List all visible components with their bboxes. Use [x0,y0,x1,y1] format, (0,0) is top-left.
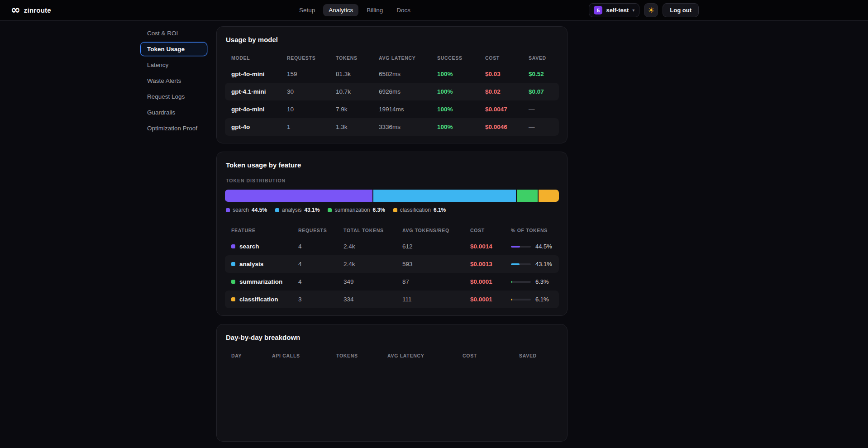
feature-name: analysis [239,261,263,267]
column-header-tokens: TOKENS [336,353,387,358]
tokens-cell: 81.3k [336,71,379,77]
infinity-logo-icon: ∞ [11,4,20,15]
cost-cell: $0.02 [485,88,529,95]
column-header-avg-latency: AVG LATENCY [379,55,437,61]
feature-name: search [239,243,259,250]
brand-name: zinroute [24,6,51,14]
pct-of-tokens-cell: 44.5% [511,243,553,250]
column-header-avg-latency: AVG LATENCY [387,353,463,358]
pct-value: 6.3% [535,278,549,285]
pct-value: 43.1% [535,261,552,267]
avg-tokens-req-cell: 593 [402,261,470,267]
pct-bar-track [511,299,531,300]
day-breakdown-table: DAY API CALLS TOKENS AVG LATENCY COST SA… [225,348,559,363]
token-by-feature-title: Token usage by feature [225,161,559,169]
theme-toggle-button[interactable]: ☀ [644,3,658,17]
day-breakdown-header: DAY API CALLS TOKENS AVG LATENCY COST SA… [225,348,559,363]
feature-table-row: search42.4k612$0.001444.5% [225,238,559,255]
tokens-cell: 1.3k [336,124,379,130]
pct-of-tokens-cell: 43.1% [511,261,553,267]
search-swatch-icon [226,208,230,212]
logout-button[interactable]: Log out [663,3,699,17]
model-name-cell: gpt-4.1-mini [231,88,287,95]
usage-by-model-table: MODEL REQUESTS TOKENS AVG LATENCY SUCCES… [225,51,559,136]
distribution-segment-search [225,190,372,202]
brand[interactable]: ∞ zinroute [11,5,51,15]
saved-cell: $0.52 [529,71,553,77]
legend-label: summarization [334,207,370,213]
model-table-row: gpt-4o11.3k3336ms100%$0.0046— [225,118,559,136]
nav-item-billing[interactable]: Billing [361,4,388,16]
success-cell: 100% [437,124,485,130]
nav-item-analytics[interactable]: Analytics [323,4,358,16]
requests-cell: 3 [298,296,343,303]
sidebar-item-waste-alerts[interactable]: Waste Alerts [140,74,207,88]
topbar-inner: ∞ zinroute Setup Analytics Billing Docs … [0,0,710,20]
main-layout: Cost & ROI Token Usage Latency Waste Ale… [0,21,868,448]
model-name-cell: gpt-4o-mini [231,71,287,77]
legend-value: 43.1% [304,207,320,213]
nav-item-docs[interactable]: Docs [391,4,416,16]
saved-cell: $0.07 [529,88,553,95]
avg-latency-cell: 19914ms [379,106,437,113]
usage-by-model-title: Usage by model [225,36,559,43]
cost-cell: $0.0014 [470,243,511,250]
distribution-segment-classification [539,190,559,202]
legend-item-search: search44.5% [226,207,267,213]
pct-value: 6.1% [535,296,549,303]
column-header-tokens: TOKENS [336,55,379,61]
column-header-cost: COST [485,55,529,61]
sun-icon: ☀ [648,7,654,14]
pct-bar-track [511,281,531,283]
token-by-feature-table: FEATURE REQUESTS TOTAL TOKENS AVG TOKENS… [225,223,559,308]
cost-cell: $0.0013 [470,261,511,267]
nav-item-setup[interactable]: Setup [294,4,320,16]
model-table-row: gpt-4.1-mini3010.7k6926ms100%$0.02$0.07 [225,83,559,100]
model-table-row: gpt-4o-mini15981.3k6582ms100%$0.03$0.52 [225,65,559,83]
success-cell: 100% [437,106,485,113]
summarization-swatch-icon [231,280,235,284]
sidebar-item-latency[interactable]: Latency [140,58,207,72]
cost-cell: $0.03 [485,71,529,77]
day-breakdown-card: Day-by-day breakdown DAY API CALLS TOKEN… [216,324,568,442]
sidebar-item-cost-roi[interactable]: Cost & ROI [140,26,207,40]
sidebar-item-guardrails[interactable]: Guardrails [140,105,207,119]
pct-bar-fill [511,281,512,283]
feature-table-row: analysis42.4k593$0.001343.1% [225,255,559,273]
usage-by-model-card: Usage by model MODEL REQUESTS TOKENS AVG… [216,26,568,143]
search-swatch-icon [231,244,235,248]
summarization-swatch-icon [328,208,332,212]
sidebar-item-optimization-proof[interactable]: Optimization Proof [140,121,207,135]
token-distribution-bar [225,190,559,202]
distribution-segment-analysis [373,190,516,202]
column-header-total-tokens: TOTAL TOKENS [343,228,402,233]
legend-item-classification: classification6.1% [393,207,446,213]
feature-name-cell: search [231,243,298,250]
distribution-segment-summarization [517,190,538,202]
pct-bar-fill [511,299,512,300]
model-name-cell: gpt-4o-mini [231,106,287,113]
sidebar-item-request-logs[interactable]: Request Logs [140,90,207,104]
requests-cell: 10 [287,106,336,113]
avg-latency-cell: 6926ms [379,88,437,95]
topbar-right-controls: 5 self-test ▾ ☀ Log out [589,3,699,17]
project-selector[interactable]: 5 self-test ▾ [589,3,639,17]
legend-value: 6.1% [434,207,446,213]
requests-cell: 159 [287,71,336,77]
token-by-feature-card: Token usage by feature TOKEN DISTRIBUTIO… [216,152,568,316]
column-header-api-calls: API CALLS [272,353,336,358]
cost-cell: $0.0001 [470,296,511,303]
total-tokens-cell: 349 [343,278,402,285]
feature-name: classification [239,296,278,303]
success-cell: 100% [437,71,485,77]
top-navigation: Setup Analytics Billing Docs [294,0,416,20]
app-root: ∞ zinroute Setup Analytics Billing Docs … [0,0,868,448]
sidebar-item-token-usage[interactable]: Token Usage [140,42,207,56]
tokens-cell: 7.9k [336,106,379,113]
column-header-pct-of-tokens: % OF TOKENS [511,228,553,233]
total-tokens-cell: 2.4k [343,261,402,267]
column-header-feature: FEATURE [231,228,298,233]
pct-of-tokens-cell: 6.1% [511,296,553,303]
token-by-feature-rows: search42.4k612$0.001444.5%analysis42.4k5… [225,238,559,308]
avg-latency-cell: 6582ms [379,71,437,77]
